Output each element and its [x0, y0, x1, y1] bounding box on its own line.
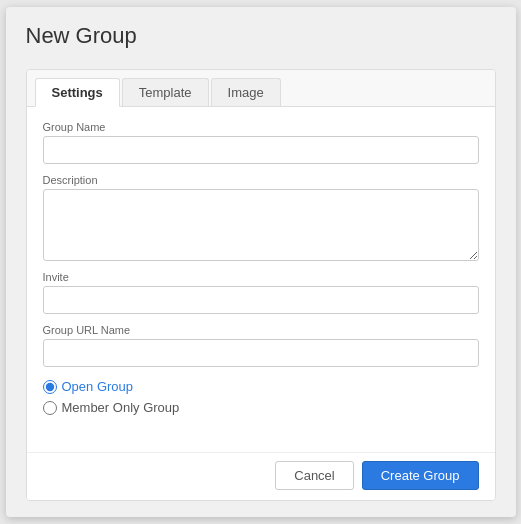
- description-field: Description: [43, 174, 479, 261]
- member-only-group-radio[interactable]: [43, 401, 57, 415]
- new-group-dialog: New Group Settings Template Image Group …: [6, 7, 516, 517]
- cancel-button[interactable]: Cancel: [275, 461, 353, 490]
- invite-label: Invite: [43, 271, 479, 283]
- description-textarea[interactable]: [43, 189, 479, 261]
- group-name-field: Group Name: [43, 121, 479, 164]
- member-only-group-option[interactable]: Member Only Group: [43, 400, 479, 415]
- group-type-radio-group: Open Group Member Only Group: [43, 379, 479, 415]
- open-group-radio[interactable]: [43, 380, 57, 394]
- dialog-content: Settings Template Image Group Name Descr…: [26, 69, 496, 501]
- group-url-label: Group URL Name: [43, 324, 479, 336]
- create-group-button[interactable]: Create Group: [362, 461, 479, 490]
- description-label: Description: [43, 174, 479, 186]
- open-group-label: Open Group: [62, 379, 134, 394]
- tab-bar: Settings Template Image: [27, 70, 495, 107]
- tab-settings[interactable]: Settings: [35, 78, 120, 107]
- tab-template[interactable]: Template: [122, 78, 209, 106]
- dialog-title: New Group: [26, 23, 496, 57]
- group-url-input[interactable]: [43, 339, 479, 367]
- group-url-field: Group URL Name: [43, 324, 479, 367]
- invite-field: Invite: [43, 271, 479, 314]
- invite-input[interactable]: [43, 286, 479, 314]
- member-only-group-label: Member Only Group: [62, 400, 180, 415]
- dialog-footer: Cancel Create Group: [27, 452, 495, 500]
- tab-image[interactable]: Image: [211, 78, 281, 106]
- group-name-input[interactable]: [43, 136, 479, 164]
- open-group-option[interactable]: Open Group: [43, 379, 479, 394]
- settings-tab-content: Group Name Description Invite Group URL …: [27, 107, 495, 452]
- group-name-label: Group Name: [43, 121, 479, 133]
